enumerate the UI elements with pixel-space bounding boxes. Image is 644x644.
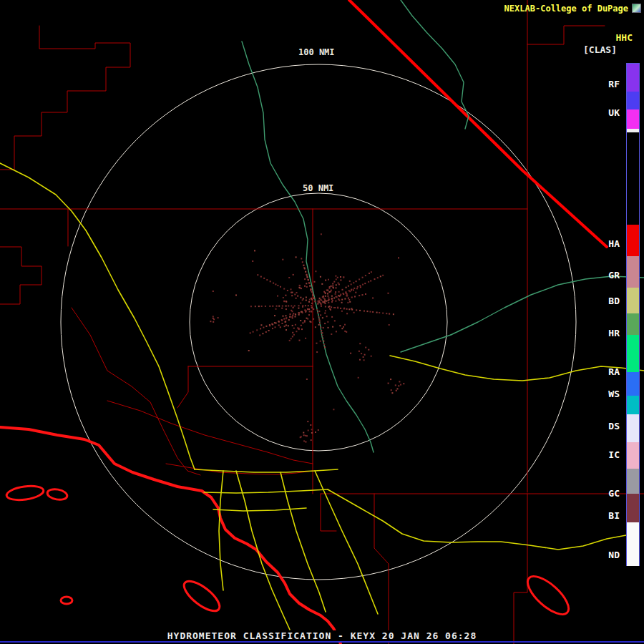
radar-echo xyxy=(308,301,310,303)
radar-echo xyxy=(256,329,258,331)
radar-echo xyxy=(343,293,344,294)
radar-echo xyxy=(364,283,366,284)
radar-echo xyxy=(328,306,330,308)
radar-echo xyxy=(335,291,336,293)
radar-echo xyxy=(278,321,280,323)
radar-echo xyxy=(377,277,379,278)
radar-echo xyxy=(283,288,285,290)
radar-echo xyxy=(358,295,360,296)
radar-echo xyxy=(308,308,310,310)
radar-echo xyxy=(250,332,251,333)
radar-echo xyxy=(313,298,315,299)
radar-echo xyxy=(333,298,335,299)
county-line-mountains-lower xyxy=(166,464,313,474)
radar-echo xyxy=(343,326,344,328)
legend-color-swatch xyxy=(627,313,639,335)
radar-echo xyxy=(336,296,337,298)
radar-echo xyxy=(389,324,390,326)
county-line-west-center-branch xyxy=(177,366,188,408)
radar-echo xyxy=(286,329,287,331)
radar-echo xyxy=(286,308,287,310)
radar-echo xyxy=(301,311,303,313)
radar-echo xyxy=(309,321,311,322)
radar-echo xyxy=(300,297,301,298)
county-boundary-southwest-diagonal xyxy=(72,308,200,475)
radar-echo xyxy=(303,440,305,441)
radar-echo xyxy=(390,379,391,380)
radar-echo xyxy=(328,302,329,303)
radar-echo xyxy=(316,351,318,353)
radar-echo xyxy=(260,324,262,326)
radar-echo xyxy=(307,421,308,422)
header-logo-icon xyxy=(632,4,641,13)
radar-echo xyxy=(266,279,268,280)
radar-echo xyxy=(272,306,273,307)
island-outline xyxy=(6,484,44,502)
radar-echo xyxy=(322,301,323,302)
radar-echo xyxy=(362,294,364,296)
state-line-diagonal xyxy=(349,0,607,247)
radar-echo xyxy=(293,313,294,314)
legend-color-swatch xyxy=(627,372,639,396)
radar-echo xyxy=(332,300,333,301)
radar-echo xyxy=(393,313,394,315)
radar-echo xyxy=(349,280,351,282)
radar-echo xyxy=(350,353,351,354)
radar-echo xyxy=(374,278,376,280)
radar-echo xyxy=(323,296,324,297)
radar-echo xyxy=(293,328,295,329)
radar-echo xyxy=(292,332,293,333)
radar-echo xyxy=(351,289,352,291)
legend-label-ha: HA xyxy=(608,238,620,249)
radar-echo xyxy=(336,331,337,332)
radar-echo xyxy=(344,298,346,300)
county-boundary-west-steps xyxy=(0,247,42,304)
radar-echo xyxy=(306,275,308,276)
radar-echo xyxy=(280,326,281,328)
radar-echo xyxy=(306,435,308,436)
radar-echo xyxy=(321,283,323,285)
radar-echo xyxy=(296,298,297,299)
radar-echo xyxy=(280,286,281,288)
radar-echo xyxy=(346,308,348,310)
radar-echo xyxy=(309,311,311,312)
legend-label-rf: RF xyxy=(608,79,620,89)
radar-echo xyxy=(248,350,250,351)
radar-echo xyxy=(332,286,333,287)
radar-echo xyxy=(362,277,364,278)
legend-label-ws: WS xyxy=(608,389,620,399)
island-outline xyxy=(180,576,224,616)
radar-echo xyxy=(382,313,384,314)
radar-echo xyxy=(321,303,322,305)
radar-echo xyxy=(348,298,349,299)
radar-map-svg xyxy=(0,0,644,644)
radar-echo xyxy=(356,288,358,289)
radar-echo xyxy=(255,306,256,307)
radar-echo xyxy=(321,332,323,333)
legend-color-swatch xyxy=(627,522,639,566)
radar-echo xyxy=(290,313,291,315)
radar-echo xyxy=(305,441,306,443)
radar-echo xyxy=(343,277,344,278)
radar-echo xyxy=(371,356,372,357)
county-boundary-northwest xyxy=(0,26,130,170)
radar-echo xyxy=(358,377,359,379)
radar-echo xyxy=(305,271,306,273)
radar-echo xyxy=(356,280,357,282)
radar-echo xyxy=(313,318,314,320)
radar-echo xyxy=(380,275,381,277)
radar-echo xyxy=(328,327,329,328)
radar-echo xyxy=(335,275,336,277)
radar-echo xyxy=(335,293,336,295)
radar-echo xyxy=(357,286,358,288)
radar-echo xyxy=(347,302,348,303)
radar-echo xyxy=(400,384,401,386)
radar-echo xyxy=(321,233,322,235)
radar-echo xyxy=(274,315,275,316)
radar-echo xyxy=(326,316,328,317)
radar-echo xyxy=(276,306,278,307)
radar-echo xyxy=(311,439,312,441)
legend-label-hr: HR xyxy=(608,328,620,338)
radar-echo xyxy=(265,326,267,327)
radar-echo xyxy=(297,296,298,297)
